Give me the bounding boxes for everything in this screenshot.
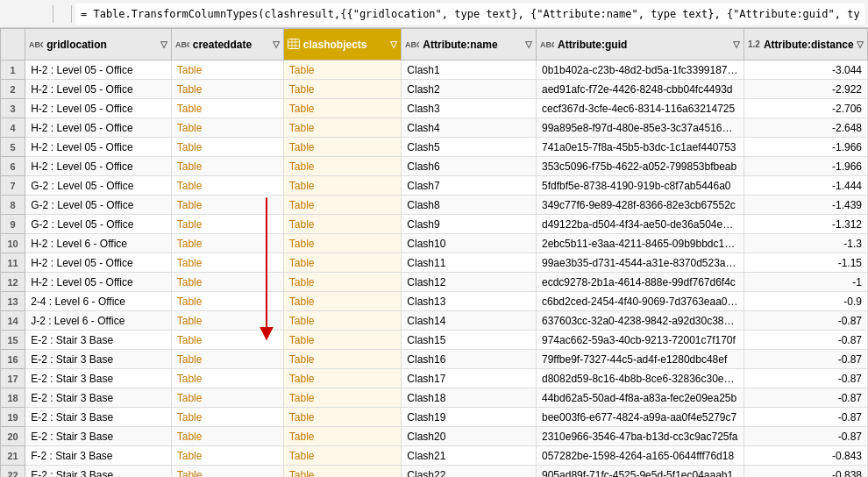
cell-attrguid: d8082d59-8c16-4b8b-8ce6-32836c30e063 — [537, 369, 744, 388]
table-row: 3H-2 : Level 05 - OfficeTableTableClash3… — [1, 99, 868, 118]
cell-clashobjects: Table — [283, 292, 402, 311]
cell-clashobjects: Table — [283, 331, 402, 350]
cell-gridlocation: G-2 : Level 05 - Office — [25, 196, 172, 215]
cell-createddate: Table — [171, 253, 283, 273]
row-number: 22 — [1, 466, 25, 478]
cell-gridlocation: H-2 : Level 05 - Office — [25, 157, 172, 176]
row-number: 17 — [1, 369, 25, 388]
cell-attrdist: -0.843 — [744, 446, 868, 466]
cell-attrguid: 905ad89f-71fc-4525-9e5d-5f1ec04aaab1 — [537, 466, 744, 478]
cell-gridlocation: F-2 : Stair 3 Base — [25, 446, 172, 466]
table-row: 10H-2 : Level 6 - OfficeTableTableClash1… — [1, 234, 868, 253]
col-header-attrguid: ABC Attribute:guid▽ — [537, 29, 744, 61]
table-row: 22E-2 : Stair 3 BaseTableTableClash22905… — [1, 466, 868, 478]
cancel-button[interactable] — [7, 5, 25, 23]
cell-attrdist: -0.838 — [744, 466, 868, 478]
row-number: 20 — [1, 427, 25, 446]
row-number: 13 — [1, 292, 25, 311]
cell-clashobjects: Table — [283, 273, 402, 292]
cell-gridlocation: E-2 : Stair 3 Base — [25, 466, 172, 478]
cell-clashobjects: Table — [283, 253, 402, 273]
row-number: 7 — [1, 176, 25, 196]
cell-attrguid: cecf367d-3cfe-4ec6-8314-116a63214725 — [537, 99, 744, 118]
table-container: ABC gridlocation▽ ABC createddate▽ clash… — [0, 28, 868, 477]
cell-clashobjects: Table — [283, 118, 402, 138]
cell-clashobjects: Table — [283, 138, 402, 157]
cell-clashobjects: Table — [283, 61, 402, 80]
cell-attrdist: -2.922 — [744, 80, 868, 99]
table-row: 11H-2 : Level 05 - OfficeTableTableClash… — [1, 253, 868, 273]
row-number: 1 — [1, 61, 25, 80]
table-row: 12H-2 : Level 05 - OfficeTableTableClash… — [1, 273, 868, 292]
cell-gridlocation: E-2 : Stair 3 Base — [25, 408, 172, 427]
cell-attrname: Clash8 — [402, 196, 537, 215]
cell-attrname: Clash20 — [402, 427, 537, 446]
cell-attrdist: -1.966 — [744, 157, 868, 176]
cell-attrdist: -0.87 — [744, 331, 868, 350]
cell-createddate: Table — [171, 292, 283, 311]
cell-attrdist: -0.9 — [744, 292, 868, 311]
cell-attrdist: -1.444 — [744, 176, 868, 196]
cell-clashobjects: Table — [283, 350, 402, 369]
col-filter-attrname[interactable]: ▽ — [525, 39, 532, 49]
cell-clashobjects: Table — [283, 234, 402, 253]
table-row: 8G-2 : Level 05 - OfficeTableTableClash8… — [1, 196, 868, 215]
cell-attrname: Clash14 — [402, 311, 537, 331]
cell-attrguid: 353c5096-f75b-4622-a052-799853bfbeab — [537, 157, 744, 176]
cell-attrname: Clash3 — [402, 99, 537, 118]
row-number: 11 — [1, 253, 25, 273]
cell-attrdist: -0.87 — [744, 369, 868, 388]
table-row: 15E-2 : Stair 3 BaseTableTableClash15974… — [1, 331, 868, 350]
cell-attrguid: c6bd2ced-2454-4f40-9069-7d3763eaa094 — [537, 292, 744, 311]
cell-createddate: Table — [171, 446, 283, 466]
cell-clashobjects: Table — [283, 196, 402, 215]
table-row: 16E-2 : Stair 3 BaseTableTableClash1679f… — [1, 350, 868, 369]
cell-gridlocation: H-2 : Level 05 - Office — [25, 99, 172, 118]
col-label-gridlocation: gridlocation — [46, 39, 107, 51]
cell-attrguid: ecdc9278-2b1a-4614-888e-99df767d6f4c — [537, 273, 744, 292]
col-label-attrdist: Attribute:distance — [764, 39, 854, 51]
cell-attrdist: -1 — [744, 273, 868, 292]
cell-gridlocation: J-2 : Level 6 - Office — [25, 311, 172, 331]
cell-attrguid: 2ebc5b11-e3aa-4211-8465-09b9bbdc1ecc — [537, 234, 744, 253]
cell-attrdist: -2.648 — [744, 118, 868, 138]
cell-attrdist: -0.87 — [744, 408, 868, 427]
cell-createddate: Table — [171, 234, 283, 253]
formula-input[interactable] — [75, 4, 864, 25]
cell-gridlocation: E-2 : Stair 3 Base — [25, 350, 172, 369]
row-number: 4 — [1, 118, 25, 138]
cell-attrname: Clash10 — [402, 234, 537, 253]
cell-attrguid: aed91afc-f72e-4426-8248-cbb04fc4493d — [537, 80, 744, 99]
cell-gridlocation: H-2 : Level 05 - Office — [25, 61, 172, 80]
cell-attrguid: 057282be-1598-4264-a165-0644fff76d18 — [537, 446, 744, 466]
cell-clashobjects: Table — [283, 446, 402, 466]
cell-createddate: Table — [171, 138, 283, 157]
cell-clashobjects: Table — [283, 427, 402, 446]
row-number: 6 — [1, 157, 25, 176]
cell-attrdist: -1.966 — [744, 138, 868, 157]
cell-createddate: Table — [171, 61, 283, 80]
cell-gridlocation: H-2 : Level 05 - Office — [25, 273, 172, 292]
cell-createddate: Table — [171, 350, 283, 369]
col-filter-gridlocation[interactable]: ▽ — [160, 39, 167, 49]
confirm-button[interactable] — [28, 5, 46, 23]
col-filter-attrdist[interactable]: ▽ — [857, 39, 864, 49]
cell-attrname: Clash2 — [402, 80, 537, 99]
row-number: 16 — [1, 350, 25, 369]
col-label-attrguid: Attribute:guid — [558, 39, 627, 51]
row-number: 8 — [1, 196, 25, 215]
cell-clashobjects: Table — [283, 99, 402, 118]
col-filter-attrguid[interactable]: ▽ — [733, 39, 740, 49]
table-row: 1H-2 : Level 05 - OfficeTableTableClash1… — [1, 61, 868, 80]
col-filter-createddate[interactable]: ▽ — [273, 39, 280, 49]
table-row: 6H-2 : Level 05 - OfficeTableTableClash6… — [1, 157, 868, 176]
table-row: 5H-2 : Level 05 - OfficeTableTableClash5… — [1, 138, 868, 157]
col-filter-clashobjects[interactable]: ▽ — [390, 39, 397, 49]
cell-attrguid: bee003f6-e677-4824-a99a-aa0f4e5279c7 — [537, 408, 744, 427]
cell-attrname: Clash15 — [402, 331, 537, 350]
table-row: 2H-2 : Level 05 - OfficeTableTableClash2… — [1, 80, 868, 99]
table-row: 14J-2 : Level 6 - OfficeTableTableClash1… — [1, 311, 868, 331]
col-icon-attrname: ABC — [405, 39, 419, 51]
cell-createddate: Table — [171, 273, 283, 292]
col-icon-attrdist: 1.2 — [748, 39, 760, 49]
